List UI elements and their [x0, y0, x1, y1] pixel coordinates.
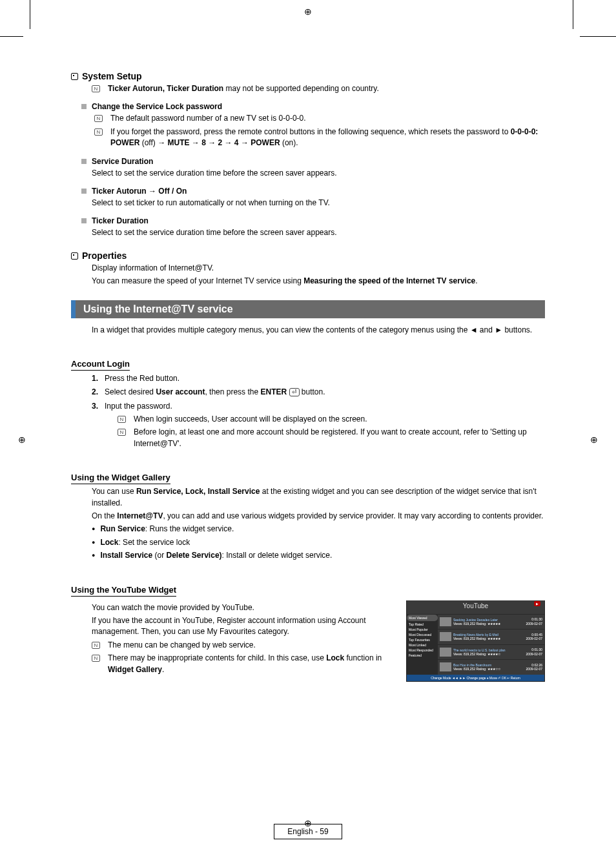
body-text: Select to set ticker to run automaticall…	[92, 198, 545, 209]
body-text: In a widget that provides multiple categ…	[92, 325, 545, 336]
note-line: N If you forget the password, press the …	[94, 127, 545, 149]
youtube-side-item: Most Responded	[409, 648, 436, 653]
note-icon: N	[94, 115, 103, 122]
youtube-row: The world reacts to U.S. bailout planVie…	[438, 644, 544, 660]
enter-icon: ⏎	[289, 388, 300, 396]
note-line: N When login succeeds, User account will…	[118, 414, 545, 425]
main-heading-text: Using the Internet@TV service	[76, 300, 545, 318]
section-system-setup: System Setup	[71, 71, 545, 81]
youtube-side-item: Most Viewed	[407, 615, 438, 621]
youtube-side-item: Featured	[409, 653, 436, 658]
thumbnail-icon	[440, 617, 451, 626]
youtube-footer-hints: Change Mode ◄◄ ►► Change page ♦ Move ⏎ O…	[407, 675, 544, 681]
steps-list: Press the Red button. Select desired Use…	[92, 373, 545, 449]
subheading-text: Ticker Duration	[92, 216, 149, 225]
square-bullet-icon	[71, 252, 78, 260]
subsection-ticker-autorun: Ticker Autorun → Off / On	[81, 187, 545, 196]
blue-bar-icon	[71, 300, 76, 318]
youtube-side-item: Most Popular	[409, 627, 436, 632]
note-line: N Ticker Autorun, Ticker Duration may no…	[92, 83, 545, 94]
list-item: Lock: Set the service lock	[92, 537, 545, 548]
square-bullet-icon	[71, 73, 78, 80]
youtube-side-item: Top Rated	[409, 622, 436, 627]
step-item: Press the Red button.	[92, 373, 545, 384]
youtube-side-item: Most Linked	[409, 642, 436, 648]
thumbnail-icon	[440, 662, 451, 671]
body-text: You can measure the speed of your Intern…	[92, 276, 545, 287]
note-text: Ticker Autorun, Ticker Duration may not …	[108, 83, 379, 94]
gray-bullet-icon	[81, 189, 87, 194]
note-text: If you forget the password, press the re…	[110, 127, 545, 149]
body-text: You can use Run Service, Lock, Install S…	[92, 486, 545, 509]
thumbnail-icon	[440, 648, 451, 657]
subsection-change-lock: Change the Service Lock password	[81, 102, 545, 111]
note-line: N Before login, at least one and more ac…	[118, 427, 545, 449]
subheading-text: Change the Service Lock password	[92, 102, 222, 111]
body-text: Select to set the service duration time …	[92, 168, 545, 179]
section-account-login: Account Login	[71, 359, 130, 371]
youtube-row: Boo Hoo in the BoardroomViews: 819,252 R…	[438, 659, 544, 675]
note-icon: N	[92, 655, 100, 662]
step-item: Select desired User account, then press …	[92, 387, 545, 398]
note-icon: N	[92, 642, 100, 649]
youtube-row: Seeking Justice Decades LaterViews: 819,…	[438, 614, 544, 629]
subheading-text: Service Duration	[92, 157, 153, 166]
main-heading-bar: Using the Internet@TV service	[71, 300, 545, 318]
note-line: N The menu can be changed by web service…	[92, 640, 398, 651]
note-text: There may be inappropriate contents for …	[108, 653, 398, 675]
heading-text: System Setup	[82, 71, 142, 81]
note-icon: N	[118, 416, 126, 423]
thumbnail-icon	[440, 632, 451, 641]
section-widget-gallery: Using the Widget Gallery	[71, 473, 170, 484]
list-item: Run Service: Runs the widget service.	[92, 524, 545, 535]
youtube-logo-icon: ▶	[534, 601, 540, 606]
list-item: Install Service (or Delete Service): Ins…	[92, 550, 545, 561]
heading-text: Properties	[82, 251, 127, 261]
subsection-service-duration: Service Duration	[81, 157, 545, 166]
registration-mark-icon: ⊕	[304, 818, 312, 828]
page-content: System Setup N Ticker Autorun, Ticker Du…	[71, 71, 545, 839]
youtube-side-item: Top Favourites	[409, 637, 436, 642]
note-line: N The default password number of a new T…	[94, 113, 545, 124]
note-text: The menu can be changed by web service.	[108, 640, 256, 651]
youtube-sidebar: Most Viewed Top Rated Most Popular Most …	[407, 614, 438, 675]
youtube-side-item: Most Discussed	[409, 632, 436, 637]
step-item: Input the password. N When login succeed…	[92, 401, 545, 450]
subheading-text: Ticker Autorun → Off / On	[92, 187, 187, 196]
note-text: Before login, at least one and more acco…	[134, 427, 545, 449]
youtube-widget-screenshot: YouTube ▶ Most Viewed Top Rated Most Pop…	[406, 600, 545, 682]
section-properties: Properties	[71, 251, 545, 261]
body-text: Select to set the service duration time …	[92, 227, 545, 238]
youtube-list: Seeking Justice Decades LaterViews: 819,…	[438, 614, 544, 675]
youtube-row: Breaking News Alerts by E-MailViews: 819…	[438, 629, 544, 644]
gray-bullet-icon	[81, 218, 87, 223]
section-youtube: Using the YouTube Widget	[71, 585, 176, 597]
note-text: When login succeeds, User account will b…	[134, 414, 367, 425]
body-text: On the Internet@TV, you can add and use …	[92, 511, 545, 522]
body-text: Display information of Internet@TV.	[92, 263, 545, 274]
note-line: N There may be inappropriate contents fo…	[92, 653, 398, 675]
note-text: The default password number of a new TV …	[110, 113, 306, 124]
note-icon: N	[94, 128, 103, 136]
subsection-ticker-duration: Ticker Duration	[81, 216, 545, 225]
youtube-logo-text: YouTube	[463, 602, 488, 609]
gray-bullet-icon	[81, 159, 87, 164]
gray-bullet-icon	[81, 104, 87, 109]
note-icon: N	[118, 429, 126, 436]
note-icon: N	[92, 85, 100, 92]
